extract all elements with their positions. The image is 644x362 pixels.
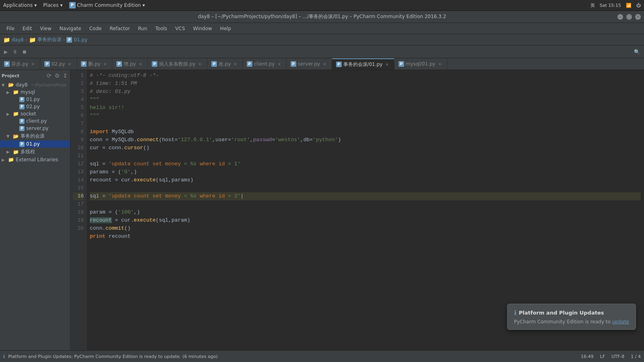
tab-icon-9: P — [398, 61, 404, 67]
menu-window[interactable]: Window — [190, 25, 215, 33]
breadcrumb-folder[interactable]: 📁 事务的会滚 — [29, 36, 62, 43]
tab-close-0[interactable]: ✕ — [30, 62, 36, 67]
menu-bar: File Edit View Navigate Code Refactor Ru… — [0, 23, 644, 34]
page-count: 1 / 4 — [631, 354, 641, 359]
menu-edit[interactable]: Edit — [19, 25, 35, 33]
tab-client-py[interactable]: P client.py ✕ — [243, 58, 287, 70]
tab-label-4: 插入多条数据.py — [159, 61, 196, 68]
tab-insert-py[interactable]: P 插入多条数据.py ✕ — [148, 58, 207, 70]
status-icon: ℹ — [3, 354, 5, 359]
notification-link[interactable]: update — [612, 319, 629, 325]
tab-label-1: 02.py — [52, 61, 65, 67]
breadcrumb-root[interactable]: 📁 day8 — [3, 37, 24, 43]
tab-server-py[interactable]: P server.py ✕ — [287, 58, 332, 70]
menu-refactor[interactable]: Refactor — [106, 25, 133, 33]
tab-close-4[interactable]: ✕ — [197, 62, 203, 67]
tab-close-1[interactable]: ✕ — [67, 62, 72, 67]
tab-close-8[interactable]: ✕ — [384, 62, 390, 67]
tree-item-transaction[interactable]: ▼ 📂 事务的会滚 — [0, 132, 70, 140]
folder-ext-libs-icon: 📁 — [8, 157, 14, 162]
menu-navigate[interactable]: Navigate — [56, 25, 85, 33]
tab-close-7[interactable]: ✕ — [322, 62, 327, 67]
tab-add-py[interactable]: P 增.py ✕ — [112, 58, 148, 70]
menu-run[interactable]: Run — [135, 25, 151, 33]
tab-label-7: server.py — [298, 61, 320, 67]
py-file-icon: P — [66, 37, 72, 43]
notification-body-text: PyCharm Community Edition is ready to — [514, 319, 611, 325]
tree-item-client[interactable]: P client.py — [0, 117, 70, 125]
tree-item-socket[interactable]: ▶ 📁 socket — [0, 110, 70, 117]
stop-button[interactable]: ⏹ — [20, 48, 29, 56]
subfolder-icon: 📁 — [29, 37, 36, 43]
applications-menu[interactable]: Applications ▾ — [3, 2, 37, 8]
tab-label-2: 删.py — [88, 61, 101, 68]
menu-help[interactable]: Help — [217, 25, 234, 33]
tab-icon-2: P — [81, 61, 87, 67]
places-menu[interactable]: Places ▾ — [43, 2, 62, 8]
tree-item-mysql[interactable]: ▶ 📁 mysql — [0, 88, 70, 96]
status-bar: ℹ Platform and Plugin Updates: PyCharm C… — [0, 350, 644, 362]
notification-title: ℹ Platform and Plugin Updates — [514, 309, 629, 317]
tab-mysql-01-py[interactable]: P mysql/01.py ✕ — [394, 58, 447, 70]
tab-icon-3: P — [116, 61, 122, 67]
tree-item-server[interactable]: P server.py — [0, 125, 70, 132]
tab-async-py[interactable]: P 异步.py ✕ — [0, 58, 40, 70]
sync-btn[interactable]: ⟳ — [46, 72, 52, 80]
toolbar: ▶ ⏸ ⏹ 🔍 — [0, 45, 644, 58]
tree-item-mysql-01[interactable]: P 01.py — [0, 96, 70, 103]
breadcrumb-file[interactable]: P 01.py — [66, 37, 87, 43]
tab-label-6: client.py — [254, 61, 275, 67]
menu-code[interactable]: Code — [86, 25, 105, 33]
tree-item-day8[interactable]: ▼ 📂 day8 ~/PycharmProje — [0, 81, 70, 88]
tree-label-client: client.py — [26, 118, 47, 124]
minimize-button[interactable]: — — [617, 14, 623, 20]
tab-close-6[interactable]: ✕ — [276, 62, 282, 67]
debug-button[interactable]: ⏸ — [10, 48, 20, 56]
tree-item-multithread[interactable]: ▶ 📁 多线程 — [0, 148, 70, 156]
tree-item-ext-libs[interactable]: ▶ 📁 External Libraries — [0, 156, 70, 163]
folder-multithread-icon: 📁 — [13, 149, 19, 155]
tree-label-day8: day8 — [16, 82, 28, 88]
tree-item-mysql-02[interactable]: P 02.py — [0, 103, 70, 110]
places-label: Places — [43, 2, 58, 8]
tree-label-multithread: 多线程 — [21, 148, 35, 155]
tab-del-py[interactable]: P 删.py ✕ — [77, 58, 112, 70]
menu-tools[interactable]: Tools — [152, 25, 171, 33]
tab-icon-8: P — [336, 62, 342, 67]
tree-item-01-py[interactable]: P 01.py — [0, 140, 70, 148]
window-title: day8 – [~/PycharmProjects/python/day8] –… — [198, 13, 446, 20]
tree-label-mysql-02: 02.py — [26, 104, 40, 109]
tab-close-2[interactable]: ✕ — [102, 62, 108, 67]
tab-close-5[interactable]: ✕ — [233, 62, 238, 67]
menu-file[interactable]: File — [3, 25, 18, 33]
tree-label-socket: socket — [21, 111, 36, 117]
close-button[interactable]: ✕ — [635, 14, 641, 20]
py-icon-mysql-01: P — [19, 97, 25, 102]
tab-icon-5: P — [211, 61, 217, 67]
project-sidebar: Project ⟳ ⚙ ↕ ▼ 📂 day8 ~/PycharmProje ▶ … — [0, 70, 70, 350]
ide-menu[interactable]: P Charm Community Edition ▾ — [69, 2, 145, 8]
maximize-button[interactable]: □ — [626, 14, 632, 20]
tab-label-3: 增.py — [124, 61, 136, 68]
run-button[interactable]: ▶ — [2, 48, 10, 56]
tab-edit-py[interactable]: P 改.py ✕ — [207, 58, 243, 70]
tab-02-py[interactable]: P 02.py ✕ — [40, 58, 77, 70]
tree-label-ext-libs: External Libraries — [16, 157, 58, 162]
folder-mysql-icon: 📁 — [13, 89, 19, 95]
search-everywhere-button[interactable]: 🔍 — [632, 48, 642, 56]
settings-btn[interactable]: ⚙ — [54, 72, 61, 80]
tab-icon-1: P — [44, 61, 50, 67]
arrow-ext-libs: ▶ — [2, 158, 6, 162]
menu-view[interactable]: View — [37, 25, 54, 33]
tab-close-3[interactable]: ✕ — [138, 62, 143, 67]
notification-popup: ℹ Platform and Plugin Updates PyCharm Co… — [507, 304, 636, 330]
encoding: UTF-8 — [611, 354, 624, 359]
tab-main-01-py[interactable]: P 事务的会滚/01.py ✕ — [332, 58, 394, 70]
collapse-btn[interactable]: ↕ — [62, 72, 68, 80]
tab-close-9[interactable]: ✕ — [437, 62, 443, 67]
breadcrumb-sep1: › — [25, 37, 27, 43]
py-icon-client: P — [19, 119, 25, 124]
menu-vcs[interactable]: VCS — [172, 25, 188, 33]
tab-icon-7: P — [291, 61, 296, 67]
wifi-icon: 📶 — [626, 3, 632, 8]
